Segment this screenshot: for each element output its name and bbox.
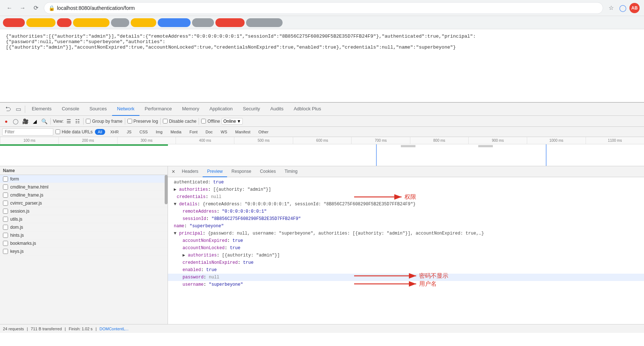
file-checkbox-cmdline-html[interactable] [3,185,8,190]
preserve-log-label[interactable]: Preserve log [127,119,158,124]
file-checkbox-hints[interactable] [3,233,8,238]
json-line-account-non-locked: accountNonLocked: true [168,244,644,252]
resp-tab-response[interactable]: Response [227,166,256,177]
resp-tab-timing[interactable]: Timing [280,166,302,177]
response-content[interactable]: authenticated: true ▶ authorities: [{aut… [168,177,644,290]
tab-console[interactable]: Console [57,103,84,116]
online-select[interactable]: Online ▼ [222,118,243,125]
filter-tag-manifest[interactable]: Manifest [232,129,253,135]
chrome-icon[interactable]: ◯ [618,3,628,13]
filter-tag-js[interactable]: JS [124,129,134,135]
tab-security[interactable]: Security [238,103,265,116]
profile-button[interactable]: AB [629,3,640,13]
bookmark-6[interactable] [131,18,156,27]
forward-button[interactable]: → [18,3,28,13]
tab-performance[interactable]: Performance [139,103,177,116]
offline-label[interactable]: Offline [201,119,220,124]
group-by-frame-label[interactable]: Group by frame [86,119,122,124]
file-item-session[interactable]: session.js [0,207,168,215]
filter-tag-other[interactable]: Other [256,129,272,135]
device-toolbar-button[interactable]: ▭ [13,104,23,114]
bookmark-1[interactable] [3,18,25,27]
file-checkbox-dom[interactable] [3,225,8,230]
bookmark-5[interactable] [111,18,129,27]
disable-cache-checkbox[interactable] [163,119,168,123]
tab-audits[interactable]: Audits [265,103,288,116]
filter-tag-media[interactable]: Media [168,129,184,135]
star-button[interactable]: ☆ [606,3,616,13]
file-item-hints[interactable]: hints.js [0,231,168,239]
file-checkbox-cmdline-js[interactable] [3,193,8,198]
scroll-thumb [165,175,168,204]
bookmarks-bar [0,16,644,29]
file-checkbox-bookmarks[interactable] [3,241,8,246]
filter-tag-all[interactable]: All [95,129,105,135]
filter-tag-ws[interactable]: WS [218,129,230,135]
file-list-pane: Name form cmdline_frame.html cmdline_fra… [0,166,168,324]
bookmark-9[interactable] [215,18,245,27]
tab-adblock[interactable]: Adblock Plus [288,103,326,116]
file-list-scroll[interactable]: form cmdline_frame.html cmdline_frame.js… [0,175,168,324]
filter-button[interactable]: ◢ [31,117,39,125]
filter-tag-doc[interactable]: Doc [203,129,216,135]
tick-600ms: 600 ms [293,137,351,144]
timeline-ruler: 100 ms 200 ms 300 ms 400 ms 500 ms 600 m… [0,137,644,144]
filter-tag-font[interactable]: Font [187,129,200,135]
filter-input[interactable] [2,128,53,136]
tab-application[interactable]: Application [204,103,238,116]
json-line-3: [{"authority":"admin"}],"accountNonExpir… [6,45,638,50]
tab-elements[interactable]: Elements [27,103,57,116]
capture-screenshots-button[interactable]: 🎥 [21,117,29,125]
bookmark-4[interactable] [73,18,110,27]
offline-checkbox[interactable] [201,119,206,123]
separator-3: | [96,327,97,331]
address-bar[interactable]: 🔒 localhost:8080/authentication/form [44,2,603,14]
file-checkbox-utils[interactable] [3,217,8,222]
bookmark-2[interactable] [26,18,55,27]
hide-data-urls-label[interactable]: Hide data URLs [55,129,93,134]
filter-tag-xhr[interactable]: XHR [107,129,122,135]
file-item-cmdline-html[interactable]: cmdline_frame.html [0,183,168,191]
inspect-element-button[interactable]: ⮌ [3,104,13,114]
hide-data-urls-checkbox[interactable] [55,129,60,134]
file-checkbox-cvimrc[interactable] [3,201,8,206]
bookmark-7[interactable] [158,18,191,27]
disable-cache-label[interactable]: Disable cache [163,119,196,124]
group-by-frame-checkbox[interactable] [86,119,91,123]
resp-tab-cookies[interactable]: Cookies [256,166,280,177]
file-checkbox-session[interactable] [3,209,8,214]
file-item-bookmarks[interactable]: bookmarks.js [0,239,168,247]
close-pane-button[interactable]: × [169,168,177,176]
search-button[interactable]: 🔍 [40,117,48,125]
dom-content-link[interactable]: DOMContentL... [99,327,128,331]
reload-button[interactable]: ⟳ [31,3,41,13]
bookmark-10[interactable] [246,18,283,27]
file-checkbox-keys[interactable] [3,249,8,254]
timeline-area[interactable]: 100 ms 200 ms 300 ms 400 ms 500 ms 600 m… [0,137,644,166]
view-large-button[interactable]: ☷ [74,118,81,125]
json-line-credentials-non-expired: credentialsNonExpired: true [168,259,644,266]
json-line-2: {"password":null,"username":"superbeyone… [6,39,638,45]
file-checkbox-form[interactable] [3,176,8,182]
view-list-button[interactable]: ☰ [65,118,72,125]
bookmark-3[interactable] [57,18,72,27]
preserve-log-checkbox[interactable] [127,119,132,123]
file-item-cvimrc[interactable]: cvimrc_parser.js [0,199,168,207]
filter-tag-css[interactable]: CSS [137,129,151,135]
clear-button[interactable]: ◯ [12,117,20,125]
file-item-keys[interactable]: keys.js [0,247,168,255]
resp-tab-headers[interactable]: Headers [177,166,203,177]
file-item-utils[interactable]: utils.js [0,215,168,223]
tab-sources[interactable]: Sources [84,103,112,116]
file-item-dom[interactable]: dom.js [0,223,168,231]
tab-memory[interactable]: Memory [177,103,204,116]
tab-network[interactable]: Network [112,103,140,116]
filter-tag-img[interactable]: Img [153,129,165,135]
bookmark-8[interactable] [192,18,214,27]
file-item-form[interactable]: form [0,175,168,183]
resp-tab-preview[interactable]: Preview [203,166,227,177]
file-item-cmdline-js[interactable]: cmdline_frame.js [0,191,168,199]
lock-icon: 🔒 [49,5,55,11]
back-button[interactable]: ← [4,3,15,13]
record-button[interactable]: ● [2,117,10,125]
